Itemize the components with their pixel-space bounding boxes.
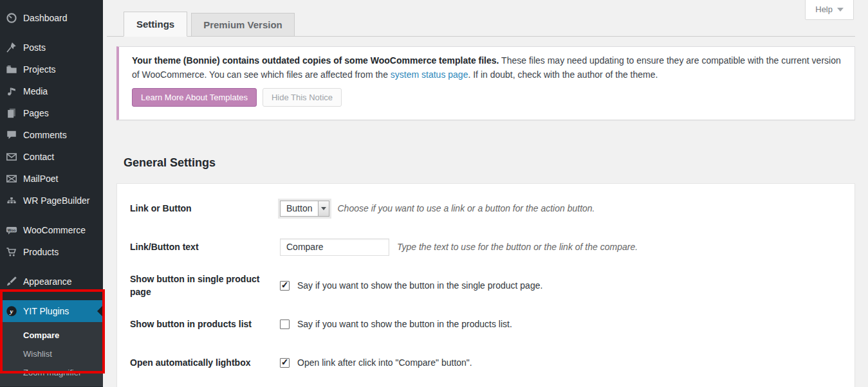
help-button[interactable]: Help <box>805 0 854 20</box>
system-status-page-link[interactable]: system status page <box>391 69 468 80</box>
notice-text-after-link: . If in doubt, check with the author of … <box>468 69 658 80</box>
sidebar-item-label: YIT Plugins <box>23 306 69 316</box>
tab-premium-version[interactable]: Premium Version <box>191 13 295 37</box>
setting-description: Say if you want to show the button in th… <box>297 280 542 291</box>
setting-label: Link or Button <box>130 202 268 215</box>
submenu-item-wishlist[interactable]: Wishlist <box>0 345 103 363</box>
woocommerce-badge-icon: Woo <box>5 224 18 237</box>
check-icon: ✓ <box>281 357 289 366</box>
envelope-icon <box>5 150 18 163</box>
sidebar-item-label: WR PageBuilder <box>23 195 90 206</box>
submenu-item-zoom-magnifier[interactable]: Zoom magnifier <box>0 363 103 382</box>
open-automatically-lightbox-checkbox[interactable]: ✓ <box>280 358 290 368</box>
sidebar-item-media[interactable]: Media <box>0 80 103 102</box>
sidebar-item-label: Projects <box>23 64 56 75</box>
sidebar-item-comments[interactable]: Comments <box>0 124 103 146</box>
menu-separator <box>0 263 103 271</box>
sidebar-item-label: Contact <box>23 152 54 162</box>
media-icon <box>5 85 18 98</box>
sidebar-item-label: Media <box>23 86 48 96</box>
sidebar-item-label: Products <box>23 247 59 257</box>
show-button-in-single-product-page-checkbox[interactable]: ✓ <box>280 281 290 291</box>
paintbrush-icon <box>5 275 18 288</box>
sidebar-item-products[interactable]: Products <box>0 241 103 263</box>
link-button-text-input[interactable] <box>280 239 389 256</box>
yit-logo-icon: y <box>5 305 18 318</box>
sidebar-item-mailpoet[interactable]: MailPoet <box>0 168 103 190</box>
form-row: Link or ButtonButtonChoose if you want t… <box>117 189 854 228</box>
sidebar-item-yit-plugins[interactable]: yYIT Plugins <box>0 300 103 322</box>
svg-text:Woo: Woo <box>8 228 16 232</box>
sidebar-item-label: Posts <box>23 42 46 53</box>
sidebar-menu: DashboardPostsProjectsMediaPagesComments… <box>0 7 103 387</box>
setting-label: Show button in products list <box>130 318 268 330</box>
setting-control: ✓Say if you want to show the button in t… <box>280 280 542 291</box>
sidebar-item-label: Dashboard <box>23 13 68 23</box>
form-row: Open automatically lightbox✓Open link af… <box>117 343 854 382</box>
mailpoet-envelope-icon <box>5 172 18 185</box>
setting-control: Type the text to use for the button or t… <box>280 239 638 256</box>
tab-bar: Settings Premium Version <box>107 12 855 37</box>
sidebar-item-dashboard[interactable]: Dashboard <box>0 7 103 29</box>
comment-icon <box>5 129 18 141</box>
sidebar-item-woocommerce[interactable]: WooWooCommerce <box>0 219 103 241</box>
setting-control: ✓Open link after click into "Compare" bu… <box>280 357 472 368</box>
notice-bold-text: Your theme (Bonnie) contains outdated co… <box>132 55 499 66</box>
sidebar-item-label: Comments <box>23 130 67 140</box>
help-label: Help <box>815 4 833 14</box>
select-value: Button <box>281 201 318 216</box>
sidebar-item-label: MailPoet <box>23 174 58 184</box>
chevron-down-icon <box>837 8 844 12</box>
setting-label: Link/Button text <box>130 240 268 253</box>
sidebar-item-wr-pagebuilder[interactable]: WR PageBuilder <box>0 190 103 212</box>
notice-text: Your theme (Bonnie) contains outdated co… <box>132 54 842 82</box>
woocommerce-template-notice: Your theme (Bonnie) contains outdated co… <box>116 46 855 120</box>
pushpin-icon <box>5 41 18 54</box>
pages-icon <box>5 107 18 120</box>
menu-separator <box>0 29 103 37</box>
dashboard-icon <box>5 12 18 24</box>
setting-description: Type the text to use for the button or t… <box>397 242 638 252</box>
section-title: General Settings <box>124 156 855 170</box>
menu-separator <box>0 292 103 300</box>
sidebar-item-label: WooCommerce <box>23 225 86 235</box>
admin-sidebar: DashboardPostsProjectsMediaPagesComments… <box>0 0 103 387</box>
yit-plugins-submenu: CompareWishlistZoom magnifier <box>0 322 103 386</box>
check-icon: ✓ <box>281 280 289 289</box>
setting-description: Open link after click into "Compare" but… <box>297 357 472 368</box>
setting-description: Say if you want to show the button in th… <box>297 319 512 329</box>
setting-control: ButtonChoose if you want to use a link o… <box>280 201 595 217</box>
sidebar-item-label: Appearance <box>23 276 72 287</box>
sidebar-item-posts[interactable]: Posts <box>0 37 103 59</box>
setting-control: Say if you want to show the button in th… <box>280 319 512 329</box>
hide-this-notice-button[interactable]: Hide This Notice <box>263 88 342 107</box>
notice-buttons: Learn More About Templates Hide This Not… <box>132 88 842 107</box>
submenu-item-compare[interactable]: Compare <box>0 326 103 345</box>
main-content: Help Settings Premium Version Your theme… <box>103 0 868 387</box>
sidebar-item-contact[interactable]: Contact <box>0 146 103 168</box>
link-or-button-select[interactable]: Button <box>280 201 329 217</box>
setting-label: Show button in single product page <box>130 273 268 299</box>
sidebar-item-projects[interactable]: Projects <box>0 59 103 80</box>
menu-separator <box>0 212 103 219</box>
general-settings-panel: Link or ButtonButtonChoose if you want t… <box>116 183 855 387</box>
form-row: Show button in single product page✓Say i… <box>117 266 854 305</box>
cart-icon <box>5 246 18 258</box>
form-row: Show button in products listSay if you w… <box>117 305 854 343</box>
sidebar-item-appearance[interactable]: Appearance <box>0 271 103 292</box>
tab-settings[interactable]: Settings <box>124 12 187 37</box>
folder-icon <box>5 63 18 76</box>
chevron-down-icon <box>318 201 329 216</box>
sidebar-item-label: Pages <box>23 108 49 118</box>
sidebar-item-pages[interactable]: Pages <box>0 102 103 124</box>
setting-description: Choose if you want to use a link or a bu… <box>337 203 595 213</box>
setting-label: Open automatically lightbox <box>130 356 268 369</box>
show-button-in-products-list-checkbox[interactable] <box>280 320 290 329</box>
pagebuilder-blocks-icon <box>5 194 18 207</box>
current-menu-arrow <box>97 305 103 317</box>
page: { "sidebar": { "items": [ { "label": "Da… <box>0 0 868 387</box>
form-row: Link/Button textType the text to use for… <box>117 228 854 266</box>
learn-more-about-templates-button[interactable]: Learn More About Templates <box>132 88 257 107</box>
